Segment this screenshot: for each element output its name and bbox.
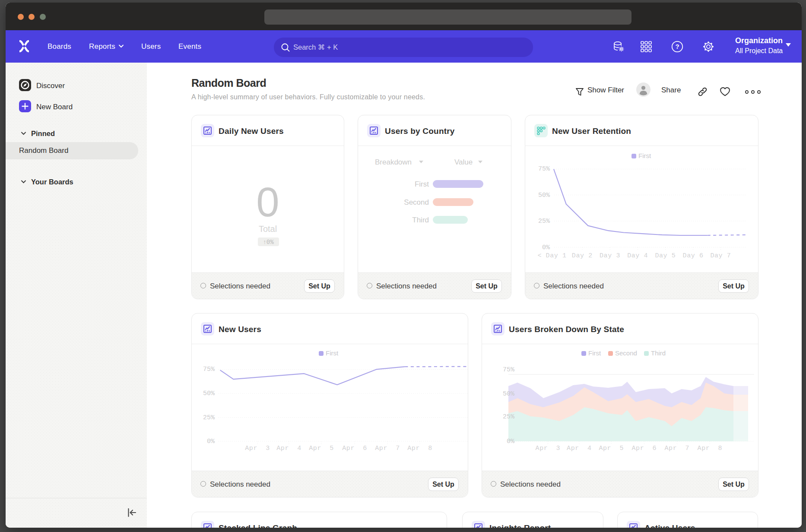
svg-text:?: ? — [675, 43, 679, 50]
